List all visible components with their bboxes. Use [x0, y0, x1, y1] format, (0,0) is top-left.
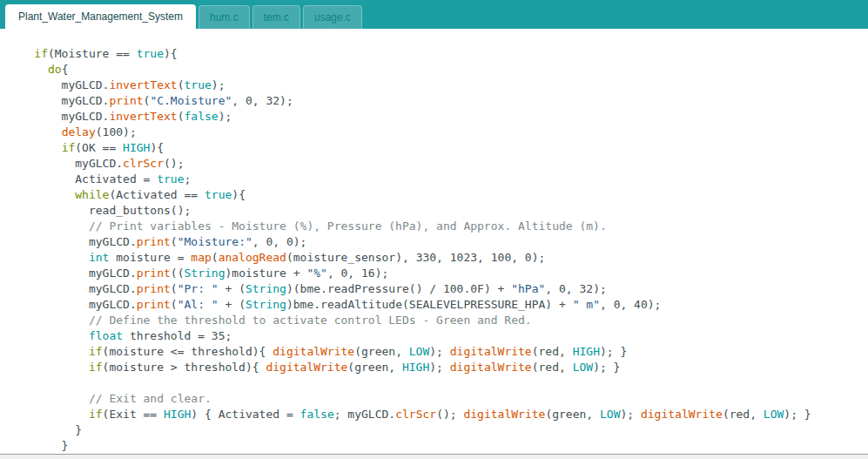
code-line: if(Exit == HIGH) { Activated = false; my… — [7, 407, 868, 422]
horizontal-scrollbar[interactable] — [0, 454, 868, 459]
code-line: myGLCD.invertText(false); — [7, 109, 868, 125]
code-line: Activated = true; — [7, 172, 868, 187]
code-line: if(moisture <= threshold){ digitalWrite(… — [7, 344, 868, 360]
code-line: myGLCD.clrScr(); — [7, 156, 868, 172]
code-line: if(moisture > threshold){ digitalWrite(g… — [7, 360, 868, 375]
tab-usage.c[interactable]: usage.c — [303, 5, 362, 29]
tab-tem.c[interactable]: tem.c — [252, 5, 300, 29]
code-line: do{ — [7, 62, 868, 78]
tab-hum.c[interactable]: hum.c — [198, 5, 250, 29]
tab-label: tem.c — [264, 11, 289, 24]
tab-label: usage.c — [314, 11, 351, 24]
tab-label: Plant_Water_Management_System — [18, 10, 183, 23]
code-line: if(Moisture == true){ — [7, 46, 868, 62]
code-line — [7, 375, 868, 391]
code-line: // Define the threshold to activate cont… — [7, 313, 868, 328]
code-line: read_buttons(); — [7, 203, 868, 219]
code-line: myGLCD.print((String)moisture + "%", 0, … — [7, 266, 868, 281]
code-line: } — [7, 422, 868, 438]
tab-label: hum.c — [210, 11, 239, 24]
code-line: while(Activated == true){ — [7, 187, 868, 203]
code-line: // Print variables - Moisture (%), Press… — [7, 219, 868, 234]
code-line: // Exit and clear. — [7, 391, 868, 407]
code-line: delay(100); — [7, 125, 868, 140]
code-line: myGLCD.print("Moisture:", 0, 0); — [7, 234, 868, 250]
code-line: myGLCD.print("C.Moisture", 0, 32); — [7, 93, 868, 109]
tab-bar: Plant_Water_Management_Systemhum.ctem.cu… — [0, 0, 868, 29]
code-line: myGLCD.print("Al: " + (String)bme.readAl… — [7, 297, 868, 313]
code-line: myGLCD.invertText(true); — [7, 78, 868, 93]
code-line: float threshold = 35; — [7, 328, 868, 344]
tab-Plant_Water_Management_System[interactable]: Plant_Water_Management_System — [5, 4, 196, 29]
code-line: myGLCD.print("Pr: " + (String)(bme.readP… — [7, 281, 868, 297]
code-line: } — [7, 438, 868, 454]
code-line: if(OK == HIGH){ — [7, 140, 868, 156]
code-editor[interactable]: if(Moisture == true){ do{ myGLCD.invertT… — [0, 29, 868, 454]
code-line: int moisture = map(analogRead(moisture_s… — [7, 250, 868, 266]
